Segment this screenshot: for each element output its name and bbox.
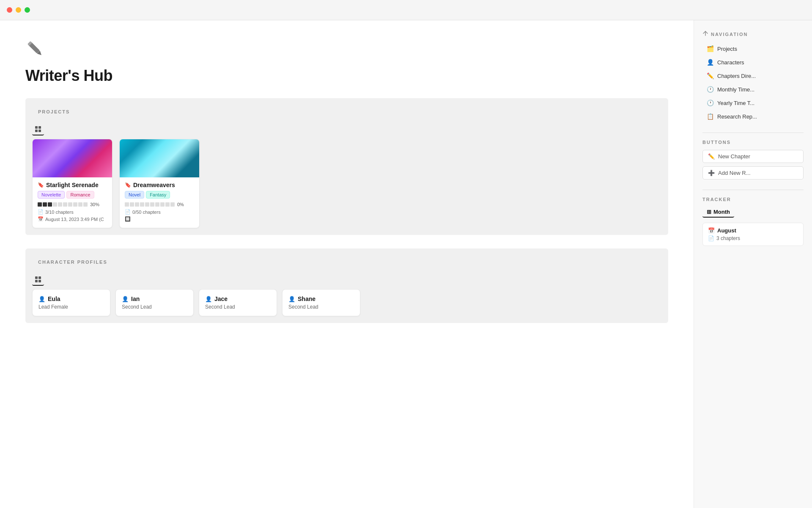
buttons-section-title: BUTTONS	[702, 140, 804, 145]
sidebar-item-projects[interactable]: 🗂️Projects	[702, 43, 804, 55]
starlight-image	[33, 139, 112, 177]
ian-name: 👤Ian	[122, 295, 187, 302]
add-new-r-icon: ➕	[708, 170, 715, 176]
projects-header: PROJECTS	[32, 105, 661, 119]
sidebar-buttons-list: ✏️New Chapter➕Add New R...	[702, 150, 804, 179]
minimize-button[interactable]	[16, 7, 21, 13]
add-new-r-label: Add New R...	[718, 170, 751, 176]
char-card-jace[interactable]: 👤JaceSecond Lead	[199, 289, 277, 316]
svg-rect-8	[38, 276, 41, 279]
new-chapter-label: New Chapter	[718, 153, 750, 160]
progress-seg-7	[73, 202, 77, 207]
starlight-tags: NoveletteRomance	[38, 191, 107, 199]
svg-rect-4	[38, 126, 41, 129]
sidebar-item-research[interactable]: 📋Research Rep...	[702, 110, 804, 122]
yearly-nav-icon: 🕐	[707, 99, 714, 106]
svg-rect-10	[38, 280, 41, 282]
bookmark-icon: 🔖	[125, 182, 131, 188]
page-icon	[25, 37, 668, 64]
project-card-starlight[interactable]: 🔖Starlight SerenadeNoveletteRomance30%📄3…	[32, 139, 112, 228]
sidebar-item-characters[interactable]: 👤Characters	[702, 56, 804, 68]
svg-rect-5	[35, 130, 38, 132]
starlight-date: 📅August 13, 2023 3:49 PM (C	[38, 216, 107, 222]
ian-role: Second Lead	[122, 304, 187, 310]
research-nav-label: Research Rep...	[717, 113, 757, 120]
app-container: Writer's Hub PROJECTS 🔖Starlight Serenad…	[0, 20, 812, 508]
nav-items-list: 🗂️Projects👤Characters✏️Chapters Dire...🕐…	[702, 43, 804, 122]
characters-header: CHARACTER PROFILES	[32, 255, 661, 269]
sidebar-item-yearly[interactable]: 🕐Yearly Time T...	[702, 97, 804, 109]
shane-name: 👤Shane	[288, 295, 354, 302]
tracker-item-august[interactable]: 📅 August 📄 3 chapters	[702, 223, 804, 246]
doc-icon: 📄	[125, 209, 131, 215]
progress-seg-6	[68, 202, 72, 207]
progress-seg-0	[38, 202, 42, 207]
projects-section: PROJECTS 🔖Starlight SerenadeNoveletteRom…	[25, 98, 668, 235]
svg-rect-7	[35, 276, 38, 279]
maximize-button[interactable]	[25, 7, 30, 13]
progress-seg-5	[150, 202, 154, 207]
tag-romance: Romance	[66, 191, 94, 199]
starlight-chapters: 📄3/10 chapters	[38, 209, 107, 215]
starlight-title: 🔖Starlight Serenade	[38, 182, 107, 188]
tracker-month-label: August	[717, 227, 736, 234]
tracker-tab-month[interactable]: ⊞Month	[702, 207, 734, 218]
progress-seg-4	[58, 202, 62, 207]
progress-seg-9	[83, 202, 88, 207]
nav-divider	[702, 133, 804, 133]
char-card-eula[interactable]: 👤EulaLead Female	[32, 289, 110, 316]
shane-role: Second Lead	[288, 304, 354, 310]
svg-rect-6	[38, 130, 41, 132]
red-icon: 🔲	[125, 216, 131, 222]
progress-seg-2	[135, 202, 139, 207]
projects-nav-label: Projects	[717, 46, 737, 52]
tracker-items: 📅 August 📄 3 chapters	[702, 223, 804, 246]
jace-role: Second Lead	[205, 304, 271, 310]
dreamweavers-tags: NovelFantasy	[125, 191, 194, 199]
dreamweavers-chapters: 📄0/50 chapters	[125, 209, 194, 215]
tracker-chapters-text: 3 chapters	[716, 235, 740, 241]
projects-grid-view-btn[interactable]	[32, 124, 44, 135]
page-title: Writer's Hub	[25, 67, 668, 85]
characters-grid-view-btn[interactable]	[32, 274, 44, 286]
tracker-section-title: TRACKER	[702, 197, 804, 202]
dreamweavers-body: 🔖DreamweaversNovelFantasy0%📄0/50 chapter…	[120, 177, 199, 228]
person-icon: 👤	[288, 296, 295, 302]
dreamweavers-image	[120, 139, 199, 177]
tracker-tab-icon: ⊞	[707, 209, 711, 215]
dreamweavers-progress-pct: 0%	[177, 202, 184, 207]
progress-seg-6	[155, 202, 159, 207]
doc-icon: 📄	[38, 209, 44, 215]
chapters-nav-icon: ✏️	[707, 72, 714, 79]
dreamweavers-extra-icon: 🔲	[125, 216, 194, 222]
progress-seg-7	[160, 202, 165, 207]
progress-seg-8	[78, 202, 82, 207]
close-button[interactable]	[7, 7, 12, 13]
eula-name: 👤Eula	[38, 295, 104, 302]
tag-novel: Novel	[125, 191, 144, 199]
dreamweavers-progress: 0%	[125, 202, 194, 207]
add-new-r-button[interactable]: ➕Add New R...	[702, 166, 804, 179]
sidebar-item-monthly[interactable]: 🕐Monthly Time...	[702, 83, 804, 95]
tag-fantasy: Fantasy	[146, 191, 170, 199]
tracker-tab-label: Month	[713, 209, 730, 215]
progress-seg-2	[48, 202, 52, 207]
char-card-ian[interactable]: 👤IanSecond Lead	[115, 289, 194, 316]
project-card-dreamweavers[interactable]: 🔖DreamweaversNovelFantasy0%📄0/50 chapter…	[119, 139, 200, 228]
svg-rect-9	[35, 280, 38, 282]
calendar-icon: 📅	[38, 216, 44, 222]
characters-nav-label: Characters	[717, 59, 744, 66]
person-icon: 👤	[38, 296, 45, 302]
char-card-shane[interactable]: 👤ShaneSecond Lead	[282, 289, 360, 316]
main-content: Writer's Hub PROJECTS 🔖Starlight Serenad…	[0, 20, 694, 508]
monthly-nav-label: Monthly Time...	[717, 86, 754, 93]
jace-name: 👤Jace	[205, 295, 271, 302]
yearly-nav-label: Yearly Time T...	[717, 100, 754, 106]
tracker-month: 📅 August	[708, 227, 798, 234]
progress-seg-1	[43, 202, 47, 207]
progress-seg-3	[140, 202, 144, 207]
sidebar-item-chapters[interactable]: ✏️Chapters Dire...	[702, 70, 804, 82]
new-chapter-button[interactable]: ✏️New Chapter	[702, 150, 804, 163]
sidebar: NAVIGATION 🗂️Projects👤Characters✏️Chapte…	[694, 20, 812, 508]
person-icon: 👤	[122, 296, 129, 302]
